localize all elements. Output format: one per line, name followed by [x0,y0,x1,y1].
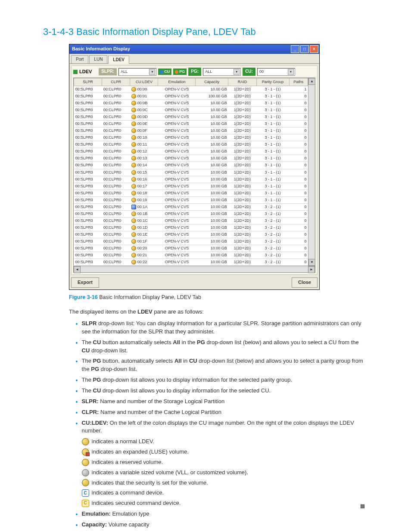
disk-icon [131,163,136,168]
column-header[interactable]: CU:LDEV [130,78,158,86]
slpr-dropdown[interactable]: ALL ▼ [118,68,156,76]
disk-icon [131,191,136,196]
column-header[interactable]: SLPR [74,78,102,86]
close-button[interactable]: Close [292,277,318,288]
table-row[interactable]: 00:SLPR000:CLPR000:20OPEN-V CVS10.00 GB1… [74,245,308,252]
list-item: CU:LDEV: On the left of the colon displa… [76,419,364,508]
table-row[interactable]: 00:SLPR000:CLPR000:14OPEN-V CVS10.00 GB1… [74,162,308,169]
table-row[interactable]: 00:SLPR000:CLPR000:13OPEN-V CVS10.00 GB1… [74,155,308,162]
table-row[interactable]: 00:SLPR000:CLPR000:01OPEN-V CVS100.00 GB… [74,93,308,100]
vertical-scrollbar[interactable]: ▲ ▼ [308,78,315,266]
table-row[interactable]: 00:SLPR000:CLPR000:17OPEN-V CVS10.00 GB1… [74,183,308,190]
table-row[interactable]: 00:SLPR000:CLPR000:00OPEN-V CVS10.00 GB1… [74,86,308,93]
table-row[interactable]: 00:SLPR000:CLPR000:1COPEN-V CVS10.00 GB1… [74,217,308,224]
ldev-table: SLPRCLPRCU:LDEVEmulationCapacityRAIDPari… [74,78,308,266]
disk-icon [131,239,136,244]
chevron-down-icon: ▼ [149,69,155,75]
disk-icon [131,135,136,140]
close-icon[interactable]: × [310,45,318,53]
disk-icon [131,177,136,182]
reserved-ldev-icon [82,459,89,466]
column-header[interactable]: Paths [289,78,308,86]
table-row[interactable]: 00:SLPR000:CLPR000:1AOPEN-V CVS10.00 GB1… [74,203,308,210]
horizontal-scrollbar[interactable]: ◄ ► [74,266,315,272]
window-title: Basic Information Display [72,46,130,53]
ldev-badge: LDEV [73,68,92,75]
tabstrip: Port LUN LDEV [69,54,319,64]
legend-item: indicates a command device. [82,489,364,497]
column-header[interactable]: RAID [228,78,256,86]
disk-icon [131,225,136,230]
table-row[interactable]: 00:SLPR000:CLPR000:0BOPEN-V CVS10.00 GB1… [74,100,308,107]
table-row[interactable]: 00:SLPR000:CLPR000:1EOPEN-V CVS10.00 GB1… [74,231,308,238]
disk-icon [131,149,136,154]
list-item: Capacity: Volume capacity [76,521,364,529]
section-heading: 3-1-4-3 Basic Information Display Pane, … [43,25,364,39]
disk-icon [131,87,136,92]
table-row[interactable]: 00:SLPR000:CLPR000:1FOPEN-V CVS10.00 GB1… [74,238,308,245]
column-header[interactable]: Emulation [158,78,196,86]
disk-icon [131,156,136,161]
table-row[interactable]: 00:SLPR000:CLPR000:1DOPEN-V CVS10.00 GB1… [74,224,308,231]
table-row[interactable]: 00:SLPR000:CLPR000:11OPEN-V CVS10.00 GB1… [74,141,308,148]
column-header[interactable]: CLPR [102,78,130,86]
pg-value: ALL [205,69,212,75]
scroll-right-icon[interactable]: ► [308,266,315,273]
figure-caption: Figure 3-16 Basic Information Display Pa… [69,293,364,301]
table-row[interactable]: 00:SLPR000:CLPR000:0FOPEN-V CVS10.00 GB1… [74,128,308,134]
column-header[interactable]: Parity Group [256,78,289,86]
list-item: SLPR drop-down list: You can display inf… [76,320,364,336]
pg-button[interactable]: PG [173,68,187,75]
list-item: CLPR: Name and number of the Cache Logic… [76,408,364,417]
toolbar: LDEV SLPR: ALL ▼ CU PG PG: ALL ▼ CU: 0 [73,68,315,76]
table-row[interactable]: 00:SLPR000:CLPR000:15OPEN-V CVS10.00 GB1… [74,169,308,176]
export-button[interactable]: Export [71,277,99,288]
column-header[interactable]: Capacity [196,78,228,86]
tab-port[interactable]: Port [71,55,88,64]
scroll-up-icon[interactable]: ▲ [308,78,315,85]
disk-icon [131,232,136,237]
table-row[interactable]: 00:SLPR000:CLPR000:19OPEN-V CVS10.00 GB1… [74,196,308,203]
disk-icon [131,218,136,223]
table-row[interactable]: 00:SLPR000:CLPR000:22OPEN-V CVS10.00 GB1… [74,259,308,266]
command-device-icon [131,205,136,209]
scroll-down-icon[interactable]: ▼ [308,259,315,266]
vll-ldev-icon [82,469,89,476]
table-row[interactable]: 00:SLPR000:CLPR000:0DOPEN-V CVS10.00 GB1… [74,114,308,121]
cmd-ldev-icon [82,489,89,497]
scroll-left-icon[interactable]: ◄ [74,266,81,273]
list-item: The CU drop-down list allows you to disp… [76,387,364,395]
table-row[interactable]: 00:SLPR000:CLPR000:10OPEN-V CVS10.00 GB1… [74,134,308,141]
table-row[interactable]: 00:SLPR000:CLPR000:12OPEN-V CVS10.00 GB1… [74,148,308,155]
table-row[interactable]: 00:SLPR000:CLPR000:16OPEN-V CVS10.00 GB1… [74,176,308,183]
disk-icon [131,184,136,189]
tab-ldev[interactable]: LDEV [108,56,129,64]
list-item: The CU button automatically selects All … [76,339,364,355]
disk-icon [131,253,136,258]
cu-button[interactable]: CU [158,68,171,75]
legend-item: indicates a normal LDEV. [82,438,364,446]
table-row[interactable]: 00:SLPR000:CLPR000:0COPEN-V CVS10.00 GB1… [74,107,308,114]
maximize-icon[interactable]: □ [300,45,309,53]
chevron-down-icon: ▼ [288,69,294,75]
titlebar: Basic Information Display _ □ × [69,44,319,54]
radio-selected-icon [160,70,163,74]
pg-dropdown[interactable]: ALL ▼ [203,68,241,76]
minimize-icon[interactable]: _ [291,45,299,53]
disk-icon [131,115,136,119]
chevron-down-icon: ▼ [234,69,240,75]
table-row[interactable]: 00:SLPR000:CLPR000:0EOPEN-V CVS10.00 GB1… [74,121,308,128]
slpr-value: ALL [121,69,128,75]
normal-ldev-icon [82,438,89,445]
table-row[interactable]: 00:SLPR000:CLPR000:1BOPEN-V CVS10.00 GB1… [74,210,308,217]
cu-dropdown[interactable]: 00 ▼ [257,68,295,76]
legend-item: indicates that the security is set for t… [82,479,364,487]
list-item: SLPR: Name and number of the Storage Log… [76,398,364,406]
slpr-label: SLPR: [99,68,117,75]
table-row[interactable]: 00:SLPR000:CLPR000:21OPEN-V CVS10.00 GB1… [74,252,308,259]
table-row[interactable]: 00:SLPR000:CLPR000:18OPEN-V CVS10.00 GB1… [74,190,308,196]
tab-lun[interactable]: LUN [89,55,107,64]
disk-icon [131,142,136,147]
list-item: The PG button, automatically selects All… [76,357,364,373]
disk-icon [131,212,136,216]
